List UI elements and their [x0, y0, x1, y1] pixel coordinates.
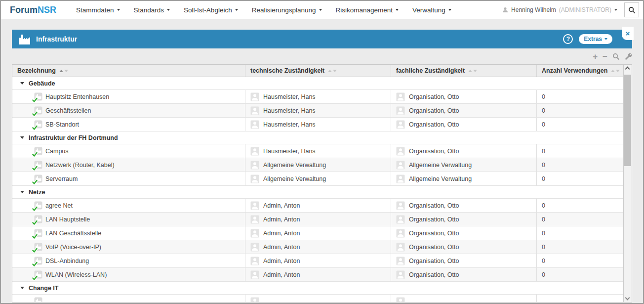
- column-header-bezeichnung[interactable]: Bezeichnung: [12, 65, 245, 77]
- help-label: ?: [566, 36, 570, 43]
- column-header-fachliche-zustaendigkeit[interactable]: fachliche Zuständigkeit: [391, 65, 537, 77]
- person-icon: [396, 270, 405, 279]
- table-row[interactable]: SB-StandortHausmeister, HansOrganisation…: [12, 118, 623, 131]
- cell-fachliche-zustaendigkeit: Organisation, Otto: [391, 199, 537, 212]
- infrastructure-status-icon: [34, 229, 42, 237]
- table-row[interactable]: Hauptsitz EntenhausenHausmeister, HansOr…: [12, 90, 623, 104]
- column-label: technische Zuständigkeit: [250, 67, 324, 74]
- table-row[interactable]: LAN HauptstelleAdmin, AntonOrganisation,…: [12, 213, 623, 226]
- table-row[interactable]: WLAN (Wireless-LAN)Admin, AntonOrganisat…: [12, 268, 623, 282]
- menu-realisierungsplanung[interactable]: Realisierungsplanung: [245, 1, 329, 19]
- group-row[interactable]: Change IT: [12, 282, 623, 295]
- cell-fachliche-zustaendigkeit: Organisation, Otto: [391, 144, 537, 158]
- cell-bezeichnung: Serverraum: [12, 172, 245, 185]
- infrastructure-status-icon: [34, 92, 42, 101]
- search-grid-button[interactable]: [612, 53, 620, 60]
- settings-button[interactable]: [625, 53, 632, 60]
- cell-technische-zustaendigkeit: Allgemeine Verwaltung: [245, 158, 391, 172]
- app-logo[interactable]: ForumNSR: [10, 5, 56, 15]
- responsible-name: Hausmeister, Hans: [263, 107, 316, 114]
- person-icon: [250, 92, 259, 101]
- table-row[interactable]: VoIP (Voice-over-IP)Admin, AntonOrganisa…: [12, 240, 623, 254]
- cell-technische-zustaendigkeit: Admin, Anton: [245, 254, 391, 267]
- infrastructure-table: Bezeichnung technische Zuständigkeit fac…: [12, 64, 632, 303]
- sort-asc-icon: [611, 70, 615, 72]
- table-row[interactable]: GeschäftsstellenHausmeister, HansOrganis…: [12, 104, 623, 118]
- person-icon: [396, 106, 405, 115]
- check-icon: [32, 302, 38, 303]
- menu-soll-ist-abgleich[interactable]: Soll-Ist-Abgleich: [177, 1, 245, 19]
- menu-risikomanagement[interactable]: Risikomanagement: [329, 1, 406, 19]
- close-panel-button[interactable]: ×: [622, 27, 634, 40]
- table-row[interactable]: Netzwerk (Router, Kabel)Allgemeine Verwa…: [12, 158, 623, 172]
- check-icon: [32, 166, 38, 171]
- responsible-name: Hausmeister, Hans: [263, 121, 316, 128]
- group-row[interactable]: Netze: [12, 186, 623, 199]
- infrastructure-status-icon: [34, 201, 42, 210]
- close-icon: ×: [626, 29, 630, 38]
- global-search-button[interactable]: [624, 2, 639, 17]
- help-button[interactable]: ?: [563, 34, 573, 44]
- user-icon: [502, 7, 508, 13]
- cell-bezeichnung: Geschäftsstellen: [12, 104, 245, 117]
- chevron-down-icon: [448, 9, 451, 11]
- group-row[interactable]: Infrastruktur der FH Dortmund: [12, 131, 623, 144]
- page-title: Infrastruktur: [36, 35, 77, 43]
- user-name: Henning Wilhelm: [511, 6, 556, 13]
- scrollbar-thumb[interactable]: [624, 75, 631, 166]
- person-icon: [396, 120, 405, 129]
- person-icon: [396, 161, 405, 170]
- check-icon: [32, 261, 38, 267]
- person-icon: [396, 229, 405, 238]
- cell-fachliche-zustaendigkeit: Organisation, Otto: [391, 90, 537, 103]
- user-menu[interactable]: Henning Wilhelm (ADMINISTRATOR): [502, 6, 617, 13]
- responsible-name: Organisation, Otto: [409, 148, 459, 155]
- collapse-icon: [20, 82, 24, 85]
- group-row[interactable]: Gebäude: [12, 77, 623, 90]
- person-icon: [250, 257, 259, 265]
- responsible-name: Admin, Anton: [263, 244, 300, 251]
- cell-anzahl-verwendungen: 0: [537, 144, 623, 158]
- cell-technische-zustaendigkeit: Admin, Anton: [245, 213, 391, 226]
- panel-actions: ? Extras: [563, 34, 626, 44]
- table-row[interactable]: ServerraumAllgemeine VerwaltungAllgemein…: [12, 172, 623, 186]
- menu-label: Soll-Ist-Abgleich: [184, 6, 232, 14]
- person-icon: [396, 92, 405, 101]
- row-label: DSL-Anbindung: [45, 258, 89, 264]
- cell-anzahl-verwendungen: 0: [537, 104, 623, 117]
- scroll-up-icon[interactable]: [625, 67, 630, 72]
- menu-verwaltung[interactable]: Verwaltung: [405, 1, 458, 19]
- table-row[interactable]: DSL-AnbindungAdmin, AntonOrganisation, O…: [12, 254, 623, 268]
- person-icon: [250, 147, 259, 156]
- table-row[interactable]: LAN GeschäftsstelleAdmin, AntonOrganisat…: [12, 226, 623, 240]
- row-label: Campus: [45, 148, 69, 155]
- add-button[interactable]: +: [593, 52, 598, 61]
- person-icon: [250, 270, 259, 279]
- table-row[interactable]: agree NetAdmin, AntonOrganisation, Otto0: [12, 199, 623, 213]
- cell-bezeichnung: SB-Standort: [12, 118, 245, 131]
- top-navbar: ForumNSR Stammdaten Standards Soll-Ist-A…: [1, 1, 643, 19]
- remove-button[interactable]: −: [603, 52, 607, 61]
- person-icon: [250, 201, 259, 210]
- extras-button[interactable]: Extras: [579, 34, 612, 44]
- table-body: GebäudeHauptsitz EntenhausenHausmeister,…: [12, 77, 623, 303]
- scroll-down-icon[interactable]: [625, 296, 630, 301]
- responsible-name: Organisation, Otto: [409, 121, 459, 128]
- cell-fachliche-zustaendigkeit: Organisation, Otto: [391, 226, 537, 240]
- cell-technische-zustaendigkeit: Admin, Anton: [245, 226, 391, 240]
- column-header-technische-zustaendigkeit[interactable]: technische Zuständigkeit: [245, 65, 391, 77]
- collapse-icon: [20, 136, 24, 139]
- table-row[interactable]: [12, 295, 623, 303]
- table-row[interactable]: CampusHausmeister, HansOrganisation, Ott…: [12, 144, 623, 158]
- menu-standards[interactable]: Standards: [127, 1, 177, 19]
- logo-part-2: NSR: [38, 5, 56, 15]
- cell-anzahl-verwendungen: 0: [537, 240, 623, 254]
- responsible-name: Hausmeister, Hans: [263, 93, 316, 100]
- row-label: Serverraum: [45, 175, 78, 182]
- vertical-scrollbar[interactable]: [623, 65, 632, 302]
- column-header-anzahl-verwendungen[interactable]: Anzahl Verwendungen: [537, 65, 623, 77]
- usage-count: 0: [542, 107, 545, 114]
- check-icon: [32, 220, 38, 225]
- person-icon: [396, 215, 405, 224]
- menu-stammdaten[interactable]: Stammdaten: [69, 1, 127, 19]
